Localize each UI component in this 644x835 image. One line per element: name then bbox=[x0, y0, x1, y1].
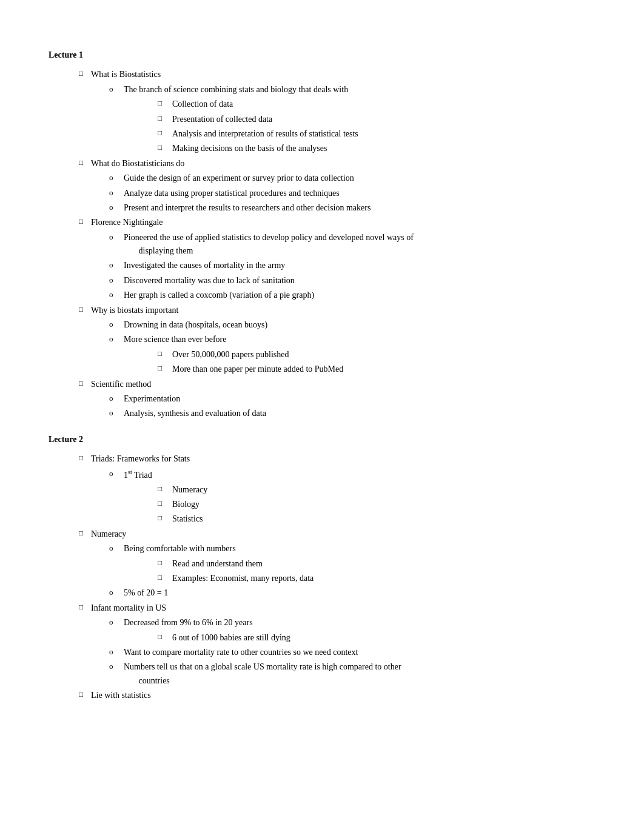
bullet-icon: □ bbox=[158, 142, 172, 153]
bullet-o: o bbox=[109, 586, 124, 599]
l3-text: Numeracy bbox=[172, 483, 207, 497]
l2-text: Want to compare mortality rate to other … bbox=[124, 646, 358, 659]
bullet-icon: □ bbox=[79, 157, 91, 169]
section-biostatisticians: □ What do Biostatisticians do o Guide th… bbox=[49, 157, 595, 215]
l1-text: What do Biostatisticians do bbox=[91, 157, 184, 170]
bullet-icon: □ bbox=[79, 216, 91, 227]
l3-text: Making decisions on the basis of the ana… bbox=[172, 142, 327, 155]
lecture2-section: Lecture 2 □ Triads: Frameworks for Stats… bbox=[49, 433, 595, 703]
l2-text: The branch of science combining stats an… bbox=[124, 83, 348, 96]
bullet-icon: □ bbox=[79, 452, 91, 464]
l3-text: Statistics bbox=[172, 512, 203, 526]
bullet-o: o bbox=[109, 231, 124, 244]
bullet-icon: □ bbox=[79, 528, 91, 539]
l3-text: Examples: Economist, many reports, data bbox=[172, 572, 314, 585]
lecture2-heading: Lecture 2 bbox=[49, 433, 595, 446]
l2-text: More science than ever before bbox=[124, 333, 226, 346]
l1-text: Florence Nightingale bbox=[91, 216, 163, 229]
l1-what-is-biostatistics: □ What is Biostatistics bbox=[79, 68, 595, 81]
bullet-icon: □ bbox=[158, 557, 172, 569]
l3-text: Analysis and interpretation of results o… bbox=[172, 127, 358, 141]
l3-text: Over 50,000,000 papers published bbox=[172, 348, 289, 361]
bullet-o: o bbox=[109, 274, 124, 287]
l3-text: Biology bbox=[172, 498, 200, 511]
bullet-icon: □ bbox=[79, 689, 91, 700]
l2-text: Experimentation bbox=[124, 392, 180, 406]
bullet-icon: □ bbox=[158, 498, 172, 509]
bullet-o: o bbox=[109, 201, 124, 214]
section-scientific-method: □ Scientific method o Experimentation o … bbox=[49, 378, 595, 421]
bullet-o: o bbox=[109, 392, 124, 405]
bullet-icon: □ bbox=[79, 304, 91, 315]
bullet-o: o bbox=[109, 646, 124, 659]
l2-text: 5% of 20 = 1 bbox=[124, 586, 168, 600]
l3-text: Read and understand them bbox=[172, 557, 263, 571]
l3-text: More than one paper per minute added to … bbox=[172, 363, 343, 376]
lecture1-section: Lecture 1 □ What is Biostatistics o The … bbox=[49, 49, 595, 421]
bullet-icon: □ bbox=[158, 98, 172, 109]
l1-text: Lie with statistics bbox=[91, 689, 151, 702]
bullet-o: o bbox=[109, 289, 124, 301]
bullet-icon: □ bbox=[158, 631, 172, 643]
bullet-o: o bbox=[109, 407, 124, 420]
bullet-icon: □ bbox=[158, 512, 172, 524]
bullet-icon: □ bbox=[158, 363, 172, 374]
l2-text: Numbers tell us that on a global scale U… bbox=[124, 660, 401, 688]
l1-text: Scientific method bbox=[91, 378, 151, 391]
l2-text: Decreased from 9% to 6% in 20 years bbox=[124, 616, 253, 629]
bullet-icon: □ bbox=[158, 113, 172, 124]
bullet-o: o bbox=[109, 187, 124, 200]
bullet-o: o bbox=[109, 542, 124, 555]
bullet-icon: □ bbox=[79, 602, 91, 613]
l3-text: Presentation of collected data bbox=[172, 113, 272, 126]
section-lie-with-stats: □ Lie with statistics bbox=[49, 689, 595, 702]
l2-text: Guide the design of an experiment or sur… bbox=[124, 172, 354, 185]
bullet-o: o bbox=[109, 468, 124, 480]
l1-text: Numeracy bbox=[91, 528, 126, 541]
l1-text: Infant mortality in US bbox=[91, 602, 166, 615]
lecture1-heading: Lecture 1 bbox=[49, 49, 595, 62]
section-numeracy: □ Numeracy o Being comfortable with numb… bbox=[49, 528, 595, 600]
l2-text: Investigated the causes of mortality in … bbox=[124, 259, 285, 272]
l1-text: What is Biostatistics bbox=[91, 68, 161, 81]
section-triads: □ Triads: Frameworks for Stats o 1st Tri… bbox=[49, 452, 595, 526]
bullet-icon: □ bbox=[79, 378, 91, 389]
bullet-icon: □ bbox=[79, 68, 91, 79]
bullet-o: o bbox=[109, 333, 124, 346]
section-why-biostats: □ Why is biostats important o Drowning i… bbox=[49, 304, 595, 377]
section-infant-mortality: □ Infant mortality in US o Decreased fro… bbox=[49, 602, 595, 688]
l2-text: Analyze data using proper statistical pr… bbox=[124, 187, 340, 200]
l2-branch-of-science: o The branch of science combining stats … bbox=[61, 83, 595, 156]
bullet-o: o bbox=[109, 660, 124, 673]
bullet-o: o bbox=[109, 83, 124, 96]
l2-text: Pioneered the use of applied statistics … bbox=[124, 231, 414, 258]
l2-text: Drowning in data (hospitals, ocean buoys… bbox=[124, 318, 267, 332]
bullet-icon: □ bbox=[158, 572, 172, 583]
l2-text: Her graph is called a coxcomb (variation… bbox=[124, 289, 314, 302]
l1-text: Why is biostats important bbox=[91, 304, 178, 317]
bullet-icon: □ bbox=[158, 127, 172, 139]
l2-text: Discovered mortality was due to lack of … bbox=[124, 274, 295, 287]
l3-text: Collection of data bbox=[172, 98, 233, 111]
l3-text: 6 out of 1000 babies are still dying bbox=[172, 631, 290, 645]
l2-text: Analysis, synthesis and evaluation of da… bbox=[124, 407, 266, 420]
bullet-o: o bbox=[109, 318, 124, 331]
section-florence: □ Florence Nightingale o Pioneered the u… bbox=[49, 216, 595, 302]
section-what-is-biostatistics: □ What is Biostatistics o The branch of … bbox=[49, 68, 595, 155]
bullet-o: o bbox=[109, 172, 124, 184]
bullet-o: o bbox=[109, 616, 124, 629]
bullet-icon: □ bbox=[158, 348, 172, 360]
l2-text: Being comfortable with numbers bbox=[124, 542, 236, 555]
sup-st: st bbox=[128, 469, 132, 475]
bullet-o: o bbox=[109, 259, 124, 272]
l2-text: 1st Triad bbox=[124, 468, 152, 482]
bullet-icon: □ bbox=[158, 483, 172, 495]
l2-text: Present and interpret the results to res… bbox=[124, 201, 371, 215]
l1-text: Triads: Frameworks for Stats bbox=[91, 452, 190, 466]
